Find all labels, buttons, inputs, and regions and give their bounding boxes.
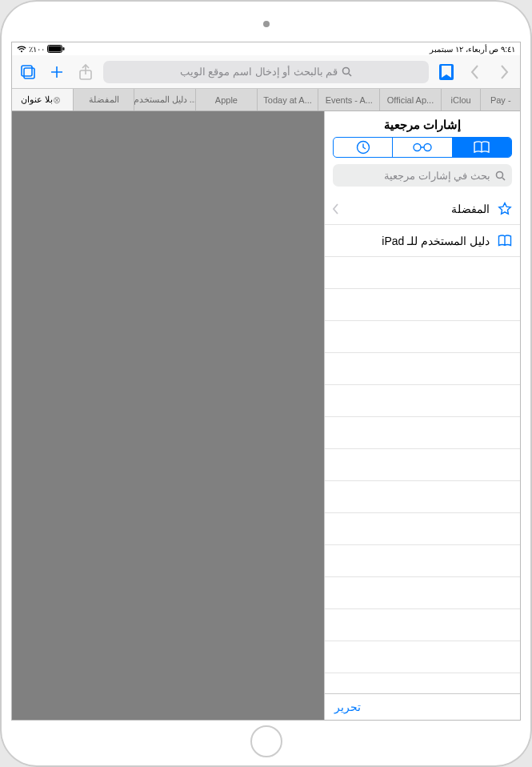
camera-dot (263, 21, 270, 27)
tabs-overview-button[interactable] (17, 61, 39, 83)
tab-label: Today at A... (263, 95, 312, 105)
close-icon[interactable]: ⊗ (53, 94, 61, 106)
url-field[interactable]: قم بالبحث أو إدخال اسم موقع الويب (103, 61, 429, 83)
bookmarks-search[interactable]: بحث في إشارات مرجعية (333, 164, 512, 187)
tab-official[interactable]: Official Ap... (380, 89, 442, 110)
svg-rect-4 (24, 68, 34, 78)
svg-point-10 (497, 171, 503, 178)
tab-pay[interactable]: Pay - (481, 89, 520, 110)
segmented-control (333, 137, 512, 158)
wifi-icon (17, 45, 26, 53)
toolbar: قم بالبحث أو إدخال اسم موقع الويب (12, 55, 520, 89)
tab-label: دليل المستخدم ... (134, 94, 196, 105)
share-button[interactable] (74, 61, 97, 83)
list-item-label: دليل المستخدم للـ iPad (382, 235, 490, 247)
book-icon (473, 141, 490, 154)
new-tab-button[interactable] (46, 61, 68, 83)
search-icon (342, 66, 352, 77)
tab-label: المفضلة (89, 94, 119, 105)
seg-readinglist[interactable] (392, 138, 451, 157)
star-icon (498, 202, 512, 216)
svg-point-7 (414, 144, 421, 151)
forward-button[interactable] (493, 61, 515, 83)
svg-rect-2 (63, 47, 65, 50)
empty-rows-lines (325, 257, 520, 693)
tab-label: Apple (215, 95, 238, 105)
list-item-userguide[interactable]: دليل المستخدم للـ iPad (325, 225, 520, 257)
tab-events[interactable]: Events - A... (318, 89, 380, 110)
sidebar-title: إشارات مرجعية (325, 111, 520, 137)
seg-bookmarks[interactable] (452, 138, 511, 157)
tab-userguide[interactable]: دليل المستخدم ... (134, 89, 196, 110)
tab-label: iClou (451, 95, 471, 105)
ipad-frame: ٪١٠٠ ٩:٤١ ص أربعاء، ١٢ سبتمبر قم بالبحث … (0, 0, 532, 767)
url-placeholder: قم بالبحث أو إدخال اسم موقع الويب (180, 66, 338, 78)
back-button[interactable] (464, 61, 486, 83)
content: إشارات مرجعية بحث في إشارات مرجعية (12, 111, 520, 720)
chevron-left-icon (333, 203, 339, 215)
status-left: ٪١٠٠ (17, 45, 65, 54)
search-placeholder: بحث في إشارات مرجعية (384, 170, 490, 182)
tab-today[interactable]: Today at A... (258, 89, 319, 110)
screen: ٪١٠٠ ٩:٤١ ص أربعاء، ١٢ سبتمبر قم بالبحث … (11, 42, 521, 721)
sidebar-footer: تحرير (325, 693, 520, 720)
tab-bar: بلا عنوان ⊗ المفضلة دليل المستخدم ... Ap… (12, 89, 520, 111)
tab-icloud[interactable]: iClou (442, 89, 482, 110)
home-button[interactable] (250, 725, 282, 757)
battery-icon (47, 45, 65, 53)
status-datetime: ٩:٤١ ص أربعاء، ١٢ سبتمبر (430, 45, 515, 54)
book-icon (498, 235, 512, 247)
list-item-favorites[interactable]: المفضلة (325, 193, 520, 225)
glasses-icon (412, 143, 433, 152)
tab-apple[interactable]: Apple (196, 89, 258, 110)
status-bar: ٪١٠٠ ٩:٤١ ص أربعاء، ١٢ سبتمبر (12, 42, 520, 55)
tab-label: Events - A... (326, 95, 373, 105)
tab-label: بلا عنوان (21, 94, 53, 105)
svg-rect-1 (49, 46, 62, 52)
tab-label: Official Ap... (387, 95, 434, 105)
svg-point-6 (343, 68, 350, 74)
tab-untitled[interactable]: بلا عنوان ⊗ (12, 89, 74, 110)
list-item-label: المفضلة (451, 203, 490, 215)
search-icon (495, 171, 506, 181)
tab-label: Pay - (490, 95, 511, 105)
tab-favorites[interactable]: المفضلة (74, 89, 135, 110)
bookmarks-list: المفضلة دليل المستخدم للـ iPad (325, 193, 520, 693)
svg-point-8 (424, 144, 431, 151)
clock-icon (356, 140, 370, 155)
bookmarks-button[interactable] (435, 61, 458, 83)
dimmed-webview[interactable] (12, 111, 324, 720)
bookmarks-sidebar: إشارات مرجعية بحث في إشارات مرجعية (324, 111, 520, 720)
svg-rect-3 (22, 66, 32, 76)
edit-button[interactable]: تحرير (334, 701, 361, 713)
seg-history[interactable] (334, 138, 392, 157)
battery-text: ٪١٠٠ (29, 45, 45, 54)
